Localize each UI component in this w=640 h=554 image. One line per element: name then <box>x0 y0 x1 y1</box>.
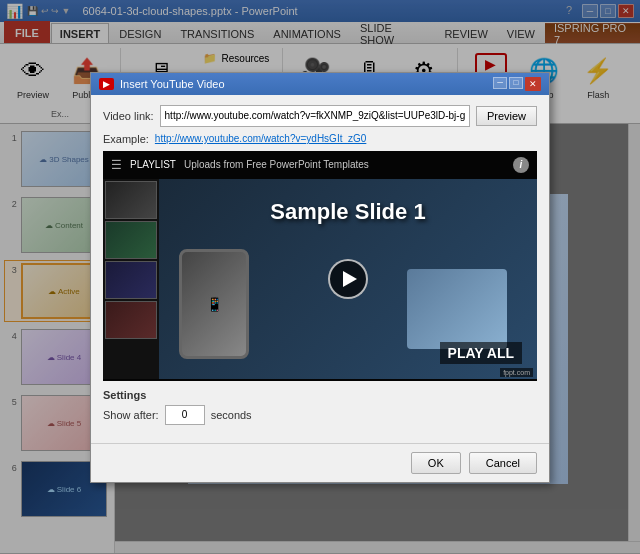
seconds-label: seconds <box>211 409 252 421</box>
video-thumb-4[interactable] <box>105 301 157 339</box>
example-link[interactable]: http://www.youtube.com/watch?v=ydHsGIt_z… <box>155 133 366 144</box>
video-link-input[interactable] <box>160 105 470 127</box>
video-controls: ▶ 🔊 0:00 / 0:37 You▶Tube ⛶ <box>103 379 537 381</box>
settings-label: Settings <box>103 389 537 401</box>
video-content: Sample Slide 1 📱 PLAY ALL fppt.com <box>159 179 537 379</box>
video-link-row: Video link: Preview <box>103 105 537 127</box>
info-icon: i <box>513 157 529 173</box>
play-triangle-icon <box>343 271 357 287</box>
settings-row: Show after: seconds <box>103 405 537 425</box>
settings-section: Settings Show after: seconds <box>103 389 537 425</box>
playlist-icon: ☰ <box>111 158 122 172</box>
video-link-label: Video link: <box>103 110 154 122</box>
video-thumbnails <box>103 179 159 379</box>
insert-youtube-dialog: ▶ Insert YouTube Video ─ □ ✕ Video link:… <box>90 72 550 483</box>
preview-video-btn[interactable]: Preview <box>476 106 537 126</box>
playlist-label: PLAYLIST <box>130 159 176 170</box>
dialog-body: Video link: Preview Example: http://www.… <box>91 95 549 443</box>
slide-preview-title: Sample Slide 1 <box>159 199 537 225</box>
dialog-title-text: ▶ Insert YouTube Video <box>99 78 225 90</box>
dialog-footer: OK Cancel <box>91 443 549 482</box>
play-button[interactable] <box>328 259 368 299</box>
dialog-close-btn[interactable]: ✕ <box>525 77 541 91</box>
video-thumb-2[interactable] <box>105 221 157 259</box>
video-thumb-3[interactable] <box>105 261 157 299</box>
dialog-title-icon: ▶ <box>99 78 114 90</box>
video-preview-area: ☰ PLAYLIST Uploads from Free PowerPoint … <box>103 151 537 381</box>
dialog-minimize[interactable]: ─ <box>493 77 507 89</box>
video-playlist-bar: ☰ PLAYLIST Uploads from Free PowerPoint … <box>103 151 537 179</box>
dialog-maximize[interactable]: □ <box>509 77 523 89</box>
example-label: Example: <box>103 133 149 145</box>
example-row: Example: http://www.youtube.com/watch?v=… <box>103 133 537 145</box>
dialog-title-controls: ─ □ ✕ <box>493 77 541 91</box>
phone-image: 📱 <box>179 249 249 359</box>
video-main: Sample Slide 1 📱 PLAY ALL fppt.com <box>103 179 537 379</box>
cancel-button[interactable]: Cancel <box>469 452 537 474</box>
show-after-input[interactable] <box>165 405 205 425</box>
dialog-title-label: Insert YouTube Video <box>120 78 225 90</box>
playlist-title: Uploads from Free PowerPoint Templates <box>184 159 369 170</box>
play-all-label: PLAY ALL <box>440 342 522 364</box>
dialog-overlay: ▶ Insert YouTube Video ─ □ ✕ Video link:… <box>0 0 640 554</box>
ok-button[interactable]: OK <box>411 452 461 474</box>
mountain-image <box>407 269 507 349</box>
show-after-label: Show after: <box>103 409 159 421</box>
fppt-badge: fppt.com <box>500 368 533 377</box>
dialog-title-bar: ▶ Insert YouTube Video ─ □ ✕ <box>91 73 549 95</box>
video-thumb-1[interactable] <box>105 181 157 219</box>
